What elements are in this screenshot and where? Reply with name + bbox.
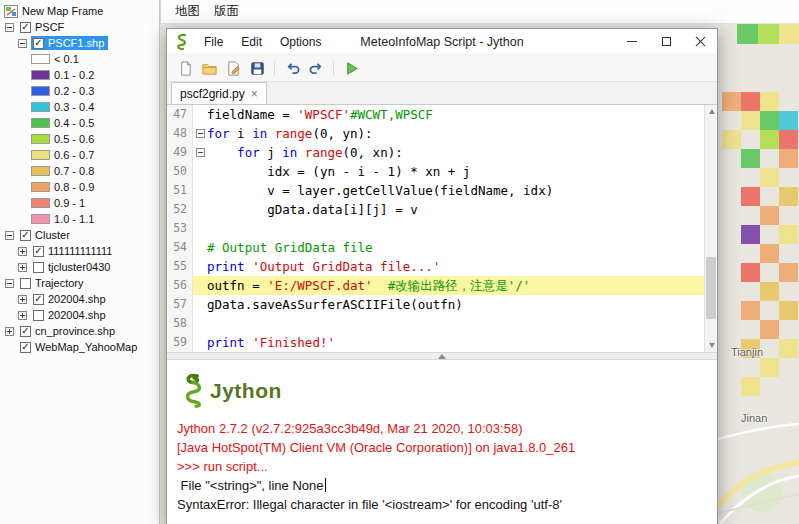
fold-column <box>193 219 207 238</box>
scroll-down-icon[interactable] <box>705 339 717 352</box>
expand-icon[interactable] <box>5 327 14 336</box>
legend-item[interactable]: 1.0 - 1.1 <box>0 211 159 227</box>
tree-item[interactable]: tjcluster0430 <box>0 259 159 275</box>
fold-collapse-icon[interactable] <box>196 129 205 138</box>
code-token: idx = (yn - i - 1) * xn + j <box>207 164 470 179</box>
collapse-icon[interactable] <box>18 39 27 48</box>
code-token <box>297 145 305 160</box>
legend-item[interactable]: 0.3 - 0.4 <box>0 99 159 115</box>
tree-item[interactable]: Cluster <box>0 227 159 243</box>
legend-item[interactable]: 0.7 - 0.8 <box>0 163 159 179</box>
code-line-body: print 'Output GridData file...' <box>193 257 717 276</box>
editor-console-splitter[interactable] <box>167 352 717 360</box>
code-line[interactable]: 50 idx = (yn - i - 1) * xn + j <box>167 162 717 181</box>
code-line[interactable]: 51 v = layer.getCellValue(fieldName, idx… <box>167 181 717 200</box>
menu-tab-layout[interactable]: 版面 <box>214 3 239 20</box>
scroll-up-icon[interactable] <box>705 105 717 118</box>
tab-close-icon[interactable]: × <box>251 87 258 101</box>
legend-item[interactable]: 0.1 - 0.2 <box>0 67 159 83</box>
map-place-label: Jinan <box>741 412 767 424</box>
legend-item[interactable]: 0.2 - 0.3 <box>0 83 159 99</box>
expand-icon[interactable] <box>18 295 27 304</box>
code-line[interactable]: 48for i in range(0, yn): <box>167 124 717 143</box>
code-line[interactable]: 49 for j in range(0, xn): <box>167 143 717 162</box>
code-text: print 'Output GridData file...' <box>207 257 440 276</box>
tree-item[interactable]: 111111111111 <box>0 243 159 259</box>
menu-tab-map[interactable]: 地图 <box>175 3 200 20</box>
legend-item[interactable]: 0.4 - 0.5 <box>0 115 159 131</box>
close-button[interactable] <box>683 29 717 55</box>
fold-column <box>193 181 207 200</box>
menu-options[interactable]: Options <box>271 35 330 49</box>
save-icon[interactable] <box>245 57 269 79</box>
expand-icon[interactable] <box>18 247 27 256</box>
main-menubar: 地图 版面 <box>160 0 799 24</box>
editor-vscrollbar[interactable] <box>704 105 717 352</box>
scrollbar-thumb[interactable] <box>706 257 716 319</box>
layer-checkbox[interactable] <box>33 246 44 257</box>
maximize-button[interactable] <box>649 29 683 55</box>
layer-checkbox[interactable] <box>33 262 44 273</box>
legend-item[interactable]: < 0.1 <box>0 51 159 67</box>
run-icon[interactable] <box>339 57 363 79</box>
code-line[interactable]: 47fieldName = 'WPSCF'#WCWT,WPSCF <box>167 105 717 124</box>
collapse-icon[interactable] <box>5 231 14 240</box>
code-line[interactable]: 58 <box>167 314 717 333</box>
new-file-icon[interactable] <box>173 57 197 79</box>
pscf-cell <box>760 320 779 339</box>
code-editor[interactable]: 47fieldName = 'WPSCF'#WCWT,WPSCF48for i … <box>167 105 717 352</box>
layer-checkbox[interactable] <box>33 38 44 49</box>
pscf-cell <box>760 282 779 301</box>
tree-item[interactable]: 202004.shp <box>0 307 159 323</box>
expand-icon[interactable] <box>18 263 27 272</box>
tree-item[interactable]: PSCF1.shp <box>0 35 159 51</box>
code-line[interactable]: 56outfn = 'E:/WPSCF.dat' #改输出路径，注意是'/' <box>167 276 717 295</box>
save-as-icon[interactable] <box>221 57 245 79</box>
code-token: gData.saveAsSurferASCIIFile(outfn) <box>207 297 463 312</box>
tree-item[interactable]: Trajectory <box>0 275 159 291</box>
legend-item[interactable]: 0.9 - 1 <box>0 195 159 211</box>
menu-edit[interactable]: Edit <box>232 35 271 49</box>
redo-icon[interactable] <box>304 57 328 79</box>
console-text: Jython 2.7.2 (v2.7.2:925a3cc3b49d, Mar 2… <box>177 421 522 436</box>
code-line[interactable]: 55print 'Output GridData file...' <box>167 257 717 276</box>
layer-checkbox[interactable] <box>20 278 31 289</box>
code-line-body: outfn = 'E:/WPSCF.dat' #改输出路径，注意是'/' <box>193 276 717 295</box>
tree-item[interactable]: WebMap_YahooMap <box>0 339 159 355</box>
tree-item[interactable]: PSCF <box>0 19 159 35</box>
tree-root-map-frame[interactable]: New Map Frame <box>0 3 159 19</box>
collapse-icon[interactable] <box>5 23 14 32</box>
expand-icon[interactable] <box>18 311 27 320</box>
minimize-button[interactable] <box>615 29 649 55</box>
fold-column <box>193 143 207 162</box>
pscf-cell <box>779 263 798 282</box>
layer-checkbox[interactable] <box>20 326 31 337</box>
open-icon[interactable] <box>197 57 221 79</box>
layer-checkbox[interactable] <box>33 294 44 305</box>
legend-item[interactable]: 0.5 - 0.6 <box>0 131 159 147</box>
menu-file[interactable]: File <box>195 35 232 49</box>
fold-collapse-icon[interactable] <box>196 148 205 157</box>
code-line[interactable]: 53 <box>167 219 717 238</box>
tab-pscf2grid[interactable]: pscf2grid.py × <box>171 82 267 104</box>
titlebar[interactable]: File Edit Options MeteoInfoMap Script - … <box>167 29 717 55</box>
console-line: [Java HotSpot(TM) Client VM (Oracle Corp… <box>177 438 717 457</box>
console-output[interactable]: Jython Jython 2.7.2 (v2.7.2:925a3cc3b49d… <box>167 360 717 524</box>
layer-checkbox[interactable] <box>20 22 31 33</box>
layer-checkbox[interactable] <box>20 230 31 241</box>
code-line[interactable]: 59print 'Finished!' <box>167 333 717 352</box>
code-line[interactable]: 57gData.saveAsSurferASCIIFile(outfn) <box>167 295 717 314</box>
fold-column <box>193 200 207 219</box>
undo-icon[interactable] <box>280 57 304 79</box>
layer-checkbox[interactable] <box>33 310 44 321</box>
code-token: 'Output GridData file...' <box>252 259 440 274</box>
tree-item[interactable]: cn_province.shp <box>0 323 159 339</box>
legend-item[interactable]: 0.6 - 0.7 <box>0 147 159 163</box>
code-line[interactable]: 52 gData.data[i][j] = v <box>167 200 717 219</box>
screen: 地图 版面 TianjinJinan New Map Frame <box>0 0 799 524</box>
layer-checkbox[interactable] <box>20 342 31 353</box>
legend-item[interactable]: 0.8 - 0.9 <box>0 179 159 195</box>
tree-item[interactable]: 202004.shp <box>0 291 159 307</box>
code-line[interactable]: 54# Output GridData file <box>167 238 717 257</box>
collapse-icon[interactable] <box>5 279 14 288</box>
